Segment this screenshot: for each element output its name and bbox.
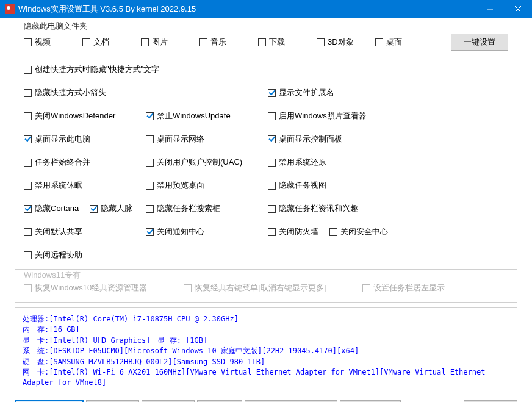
cb-hide-cortana[interactable]: 隐藏Cortana bbox=[24, 203, 79, 214]
cb-close-notif[interactable]: 关闭通知中心 bbox=[146, 226, 268, 237]
cb-show-ext[interactable]: 显示文件扩展名 bbox=[268, 87, 390, 98]
cb-win11-taskleft: 设置任务栏居左显示 bbox=[362, 282, 445, 293]
cb-close-defender[interactable]: 关闭WindowsDefender bbox=[24, 110, 146, 121]
cb-close-remote[interactable]: 关闭远程协助 bbox=[24, 249, 128, 260]
group-title-win11: Windows11专有 bbox=[21, 270, 83, 281]
cb-3dobjects[interactable]: 3D对象 bbox=[317, 37, 354, 48]
cb-disable-peek[interactable]: 禁用预览桌面 bbox=[146, 180, 268, 191]
cb-show-network[interactable]: 桌面显示网络 bbox=[146, 134, 268, 145]
cb-hide-shortcut-text[interactable]: 创建快捷方式时隐藏"快捷方式"文字 bbox=[24, 64, 268, 75]
window-title: Windows实用设置工具 V3.6.5 By kernel 2022.9.15 bbox=[18, 4, 476, 15]
cb-documents[interactable]: 文档 bbox=[82, 37, 109, 48]
cb-hide-people[interactable]: 隐藏人脉 bbox=[90, 203, 132, 214]
cb-downloads[interactable]: 下载 bbox=[258, 37, 285, 48]
cb-pictures[interactable]: 图片 bbox=[141, 37, 168, 48]
app-window: Windows实用设置工具 V3.6.5 By kernel 2022.9.15… bbox=[0, 0, 532, 402]
cb-hide-news[interactable]: 隐藏任务栏资讯和兴趣 bbox=[268, 203, 390, 214]
cb-show-thispc[interactable]: 桌面显示此电脑 bbox=[24, 134, 146, 145]
cb-photo-viewer[interactable]: 启用Windows照片查看器 bbox=[268, 110, 390, 121]
cb-win11-explorer: 恢复Windows10经典资源管理器 bbox=[24, 282, 147, 293]
bottom-toolbar: 重启资源管理器 重启计算机 设备管理器 服务管理 计算机名称及网络地址 清理系统… bbox=[15, 399, 517, 402]
cb-video[interactable]: 视频 bbox=[24, 37, 51, 48]
cb-win11-rclick: 恢复经典右键菜单[取消右键显示更多] bbox=[184, 282, 326, 293]
cb-close-security[interactable]: 关闭安全中心 bbox=[329, 226, 388, 237]
titlebar: Windows实用设置工具 V3.6.5 By kernel 2022.9.15 bbox=[0, 0, 532, 18]
cb-hide-searchbox[interactable]: 隐藏任务栏搜索框 bbox=[146, 203, 268, 214]
minimize-button[interactable] bbox=[476, 0, 504, 18]
cb-close-share[interactable]: 关闭默认共享 bbox=[24, 226, 146, 237]
cb-disable-restore[interactable]: 禁用系统还原 bbox=[268, 157, 390, 168]
cb-close-firewall[interactable]: 关闭防火墙 bbox=[268, 226, 318, 237]
cb-desktop[interactable]: 桌面 bbox=[375, 37, 402, 48]
cb-hide-shortcut-arrow[interactable]: 隐藏快捷方式小箭头 bbox=[24, 87, 268, 98]
cb-disable-hibernate[interactable]: 禁用系统休眠 bbox=[24, 180, 146, 191]
app-icon bbox=[5, 4, 15, 14]
cb-music[interactable]: 音乐 bbox=[200, 37, 226, 48]
system-info: 处理器: [Intel(R) Core(TM) i7-10875H CPU @ … bbox=[15, 307, 517, 395]
cb-show-cpanel[interactable]: 桌面显示控制面板 bbox=[268, 134, 390, 145]
cb-taskbar-combine[interactable]: 任务栏始终合并 bbox=[24, 157, 146, 168]
close-button[interactable] bbox=[504, 0, 532, 18]
oneclick-button[interactable]: 一键设置 bbox=[451, 34, 508, 51]
cb-hide-taskview[interactable]: 隐藏任务视图 bbox=[268, 180, 390, 191]
cb-disable-uac[interactable]: 关闭用户账户控制(UAC) bbox=[146, 157, 268, 168]
win11-group: Windows11专有 恢复Windows10经典资源管理器 恢复经典右键菜单[… bbox=[15, 275, 517, 303]
group-title: 隐藏此电脑文件夹 bbox=[21, 21, 90, 32]
hide-folders-group: 隐藏此电脑文件夹 视频 文档 图片 音乐 下载 3D对象 桌面 一键设置 创建快… bbox=[15, 26, 517, 270]
cb-disable-update[interactable]: 禁止WindowsUpdate bbox=[146, 110, 268, 121]
